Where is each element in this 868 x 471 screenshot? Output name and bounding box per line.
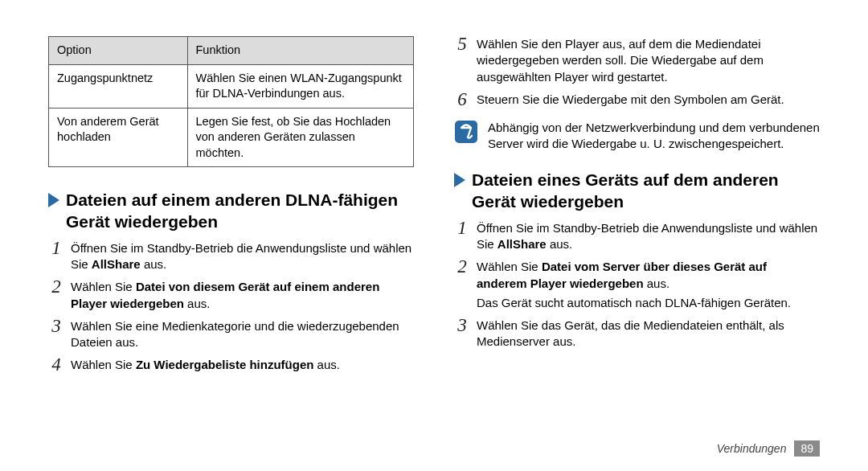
step-text: Öffnen Sie im Standby-Betrieb die Anwend…	[71, 240, 414, 273]
step-number: 3	[454, 316, 470, 334]
svg-marker-0	[48, 193, 59, 207]
step-number: 2	[48, 277, 64, 296]
header-function: Funktion	[187, 37, 413, 65]
step-item: 1 Öffnen Sie im Standby-Betrieb die Anwe…	[454, 220, 820, 253]
step-item: 1 Öffnen Sie im Standby-Betrieb die Anwe…	[48, 240, 414, 273]
info-icon	[454, 120, 478, 144]
arrow-icon	[48, 193, 59, 207]
step-text: Wählen Sie Zu Wiedergabeliste hinzufügen…	[71, 357, 414, 373]
step-item: 6 Steuern Sie die Wiedergabe mit den Sym…	[454, 92, 820, 109]
step-number: 1	[454, 219, 470, 237]
cell-option: Von anderem Gerät hochladen	[49, 108, 188, 167]
step-item: 4 Wählen Sie Zu Wiedergabeliste hinzufüg…	[48, 357, 414, 374]
step-item: 3 Wählen Sie das Gerät, das die Medienda…	[454, 317, 820, 350]
section-heading: Dateien eines Geräts auf dem anderen Ger…	[454, 170, 820, 212]
table-row: Von anderem Gerät hochladen Legen Sie fe…	[49, 108, 414, 167]
step-text: Wählen Sie Datei vom Server über dieses …	[477, 259, 820, 311]
step-text: Wählen Sie eine Medienkategorie und die …	[71, 318, 414, 351]
page-footer: Verbindungen 89	[717, 440, 820, 457]
section-title: Dateien eines Geräts auf dem anderen Ger…	[472, 170, 820, 212]
footer-section-label: Verbindungen	[717, 442, 787, 455]
step-text: Öffnen Sie im Standby-Betrieb die Anwend…	[477, 220, 820, 253]
step-number: 4	[48, 355, 64, 374]
cell-option: Zugangspunktnetz	[49, 64, 188, 108]
table-header-row: Option Funktion	[49, 37, 414, 65]
step-item: 2 Wählen Sie Datei vom Server über diese…	[454, 259, 820, 311]
section-heading: Dateien auf einem anderen DLNA-fähigen G…	[48, 190, 414, 232]
right-column: 5 Wählen Sie den Player aus, auf dem die…	[454, 36, 820, 380]
step-number: 3	[48, 317, 64, 335]
step-text: Steuern Sie die Wiedergabe mit den Symbo…	[477, 92, 820, 108]
footer-page-number: 89	[794, 440, 820, 457]
table-row: Zugangspunktnetz Wählen Sie einen WLAN-Z…	[49, 64, 414, 108]
options-table: Option Funktion Zugangspunktnetz Wählen …	[48, 36, 414, 167]
step-item: 3 Wählen Sie eine Medienkategorie und di…	[48, 318, 414, 351]
step-number: 6	[454, 90, 470, 109]
step-text: Wählen Sie den Player aus, auf dem die M…	[477, 36, 820, 85]
step-text: Wählen Sie Datei von diesem Gerät auf ei…	[71, 279, 414, 312]
page-body: Option Funktion Zugangspunktnetz Wählen …	[0, 0, 868, 404]
note-block: Abhängig von der Netzwerkverbindung und …	[454, 120, 820, 153]
svg-marker-2	[454, 173, 465, 187]
step-text: Wählen Sie das Gerät, das die Mediendate…	[477, 317, 820, 350]
left-column: Option Funktion Zugangspunktnetz Wählen …	[48, 36, 414, 380]
step-item: 2 Wählen Sie Datei von diesem Gerät auf …	[48, 279, 414, 312]
arrow-icon	[454, 173, 465, 187]
header-option: Option	[49, 37, 188, 65]
cell-function: Legen Sie fest, ob Sie das Hochladen von…	[187, 108, 413, 167]
step-number: 2	[454, 257, 470, 276]
cell-function: Wählen Sie einen WLAN-Zugangspunkt für D…	[187, 64, 413, 108]
svg-rect-1	[455, 121, 477, 143]
step-number: 1	[48, 239, 64, 257]
note-text: Abhängig von der Netzwerkverbindung und …	[488, 120, 820, 153]
section-title: Dateien auf einem anderen DLNA-fähigen G…	[66, 190, 414, 232]
step-item: 5 Wählen Sie den Player aus, auf dem die…	[454, 36, 820, 85]
step-number: 5	[454, 35, 470, 53]
